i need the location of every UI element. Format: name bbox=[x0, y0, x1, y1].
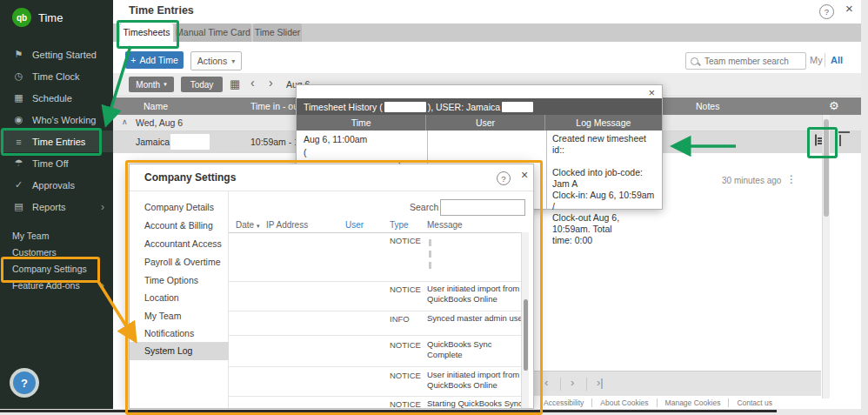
sidebar-item-label: Schedule bbox=[32, 93, 72, 104]
sidebar-item-reports[interactable]: ▤ Reports › bbox=[0, 196, 113, 218]
settings-nav-notifications[interactable]: Notifications bbox=[130, 325, 229, 343]
settings-nav-my-team[interactable]: My Team bbox=[130, 307, 229, 325]
modal-help-icon[interactable]: ? bbox=[497, 171, 511, 185]
help-button[interactable]: ? bbox=[10, 368, 39, 398]
log-row-divider bbox=[229, 366, 521, 367]
popup-column-user: User bbox=[426, 115, 544, 131]
log-message: Starting QuickBooks Sync bbox=[427, 398, 526, 409]
page-prev-icon[interactable]: ‹ bbox=[544, 376, 548, 389]
sidebar-item-whos-working[interactable]: ◉ Who's Working bbox=[0, 109, 113, 131]
log-message: Synced master admin user bbox=[427, 313, 526, 324]
log-header-divider bbox=[229, 232, 521, 233]
page-next-icon[interactable]: › bbox=[571, 376, 574, 389]
sidebar-item-time-clock[interactable]: ◷ Time Clock bbox=[0, 65, 113, 87]
add-time-label: Add Time bbox=[139, 55, 177, 65]
page-close-icon[interactable]: × bbox=[845, 2, 853, 15]
collapse-caret-icon[interactable]: ∧ bbox=[122, 117, 128, 126]
add-time-button[interactable]: + Add Time bbox=[125, 51, 184, 69]
log-column-user[interactable]: User bbox=[345, 220, 364, 230]
sidebar-item-my-team[interactable]: My Team bbox=[0, 227, 113, 244]
log-row-divider bbox=[229, 335, 521, 336]
settings-nav-location[interactable]: Location bbox=[130, 289, 229, 307]
gear-icon[interactable]: ⚙ bbox=[829, 99, 839, 112]
sidebar-item-label: My Team bbox=[12, 231, 49, 241]
delete-timesheet-icon[interactable] bbox=[839, 135, 841, 146]
popup-log-message: Created new timesheet id:: Clocked into … bbox=[552, 133, 658, 246]
next-period-icon[interactable]: › bbox=[269, 76, 273, 90]
column-time-in-out: Time in - out bbox=[250, 101, 301, 111]
sidebar-item-approvals[interactable]: ✓ Approvals bbox=[0, 174, 113, 196]
redacted-text bbox=[429, 262, 431, 269]
brand-title: Time bbox=[38, 11, 63, 24]
sidebar-item-schedule[interactable]: ▦ Schedule bbox=[0, 87, 113, 109]
sidebar-item-label: Company Settings bbox=[12, 264, 87, 274]
log-column-ip[interactable]: IP Address bbox=[266, 220, 308, 230]
log-type: NOTICE bbox=[390, 340, 421, 350]
reports-icon: ▤ bbox=[12, 201, 25, 212]
footer-link-contact-us[interactable]: Contact us bbox=[729, 398, 780, 407]
sidebar-item-time-off[interactable]: ☂ Time Off bbox=[0, 152, 113, 174]
footer-link-manage-cookies[interactable]: Manage Cookies bbox=[658, 398, 730, 407]
log-column-type[interactable]: Type bbox=[390, 220, 409, 230]
calendar-picker-icon[interactable]: ▦ bbox=[230, 77, 240, 90]
page-scrollbar-thumb[interactable] bbox=[824, 119, 829, 217]
popup-close-icon[interactable]: × bbox=[648, 87, 655, 98]
log-scrollbar-track[interactable] bbox=[521, 232, 529, 409]
filter-all[interactable]: All bbox=[831, 55, 843, 65]
help-icon: ? bbox=[13, 371, 36, 394]
clock-icon: ◷ bbox=[12, 70, 25, 82]
settings-nav-time-options[interactable]: Time Options bbox=[130, 271, 229, 290]
redacted-box bbox=[170, 134, 210, 150]
log-search-label: Search bbox=[410, 202, 438, 212]
page-last-icon[interactable]: ›| bbox=[597, 376, 604, 389]
actions-button[interactable]: Actions ▾ bbox=[190, 51, 242, 70]
sidebar-item-company-settings[interactable]: Company Settings bbox=[0, 260, 113, 277]
sort-caret-icon: ▾ bbox=[257, 223, 260, 229]
flag-icon: ⚑ bbox=[12, 49, 25, 60]
page-scrollbar-track[interactable] bbox=[822, 115, 830, 398]
modal-close-icon[interactable]: × bbox=[521, 169, 528, 181]
sidebar-item-label: Time Entries bbox=[32, 137, 85, 147]
chevron-right-icon: › bbox=[101, 279, 104, 291]
log-type: NOTICE bbox=[390, 284, 421, 294]
settings-nav-system-log[interactable]: System Log bbox=[130, 342, 229, 360]
page-help-icon[interactable]: ? bbox=[819, 4, 834, 19]
footer-link-about-cookies[interactable]: About Cookies bbox=[592, 398, 657, 407]
tab-time-slider[interactable]: Time Slider bbox=[253, 23, 302, 42]
pagination-divider bbox=[586, 378, 587, 391]
tab-timesheets[interactable]: Timesheets bbox=[120, 23, 173, 42]
settings-nav-accountant-access[interactable]: Accountant Access bbox=[130, 235, 229, 253]
sidebar-item-label: Who's Working bbox=[32, 115, 96, 125]
brand: qb Time bbox=[12, 8, 63, 27]
log-row-divider bbox=[229, 281, 521, 282]
location-pin-icon: ◉ bbox=[12, 114, 25, 125]
prev-period-icon[interactable]: ‹ bbox=[250, 76, 255, 90]
settings-nav-account-billing[interactable]: Account & Billing bbox=[130, 217, 229, 235]
page-title: Time Entries bbox=[129, 4, 194, 17]
month-view-dropdown[interactable]: Month ▾ bbox=[129, 77, 174, 92]
log-column-date[interactable]: Date ▾ bbox=[236, 220, 259, 230]
pagination-divider bbox=[560, 378, 561, 391]
sidebar-item-time-entries[interactable]: ≡ Time Entries bbox=[0, 131, 113, 152]
sidebar-item-label: Time Clock bbox=[32, 71, 80, 82]
today-button[interactable]: Today bbox=[181, 77, 223, 92]
team-member-search-input[interactable] bbox=[703, 56, 805, 67]
sidebar-item-feature-add-ons[interactable]: Feature Add-ons › bbox=[0, 277, 113, 293]
footer-link-accessibility[interactable]: Accessibility bbox=[536, 398, 592, 407]
log-message: QuickBooks Sync Complete bbox=[427, 339, 526, 360]
popup-table-header: Time User Log Message bbox=[297, 115, 662, 131]
sidebar-item-customers[interactable]: Customers bbox=[0, 244, 113, 260]
log-scrollbar-thumb[interactable] bbox=[524, 299, 528, 371]
sidebar-item-getting-started[interactable]: ⚑ Getting Started bbox=[0, 44, 113, 65]
timesheet-history-icon[interactable] bbox=[815, 134, 817, 146]
system-log-search-input[interactable] bbox=[440, 199, 525, 216]
log-message: User initiated import from QuickBooks On… bbox=[427, 370, 526, 391]
log-column-message[interactable]: Message bbox=[427, 220, 463, 230]
settings-nav-company-details[interactable]: Company Details bbox=[130, 198, 229, 217]
kebab-menu-icon[interactable]: ⋮ bbox=[786, 173, 797, 185]
filter-my[interactable]: My bbox=[810, 55, 823, 65]
settings-nav-payroll-overtime[interactable]: Payroll & Overtime bbox=[130, 253, 229, 271]
tab-manual-time-card[interactable]: Manual Time Card bbox=[175, 23, 251, 42]
quickbooks-logo-icon: qb bbox=[12, 8, 31, 27]
company-settings-modal: Company Settings ? × Company Details Acc… bbox=[129, 164, 534, 409]
